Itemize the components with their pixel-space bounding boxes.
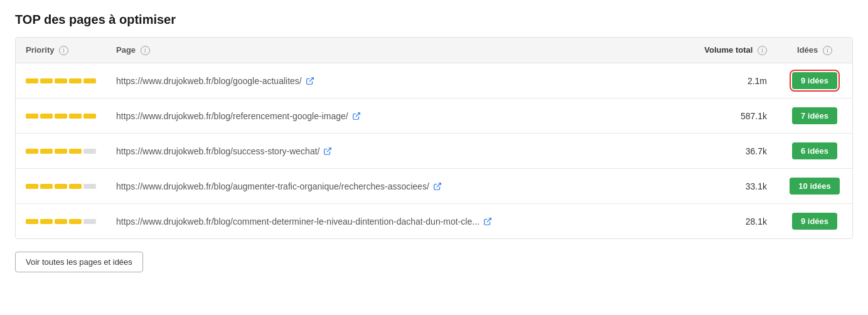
priority-bar — [55, 78, 67, 83]
priority-bar — [40, 78, 53, 83]
priority-bar — [69, 149, 82, 154]
priority-cell-3 — [16, 169, 106, 204]
ideas-cell-4: 9 idées — [777, 204, 852, 239]
pages-table-container: Priority i Page i Volume total i Idées i… — [15, 37, 853, 239]
page-link-2[interactable]: https://www.drujokweb.fr/blog/success-st… — [116, 146, 679, 156]
priority-bar — [26, 184, 38, 189]
url-text: https://www.drujokweb.fr/blog/augmenter-… — [116, 181, 429, 191]
priority-bar — [40, 114, 53, 119]
table-row: https://www.drujokweb.fr/blog/google-act… — [16, 63, 852, 99]
priority-cell-0 — [16, 63, 106, 99]
priority-bar — [69, 78, 82, 83]
priority-bar — [83, 219, 96, 224]
priority-info-icon[interactable]: i — [59, 46, 68, 55]
page-info-icon[interactable]: i — [141, 46, 150, 55]
ideas-cell-3: 10 idées — [777, 169, 852, 204]
ideas-badge-2[interactable]: 6 idées — [792, 142, 837, 159]
svg-line-0 — [309, 77, 313, 81]
table-body: https://www.drujokweb.fr/blog/google-act… — [16, 63, 852, 239]
external-link-icon — [352, 112, 361, 120]
table-row: https://www.drujokweb.fr/blog/augmenter-… — [16, 169, 852, 204]
priority-bar — [69, 219, 82, 224]
col-header-volume: Volume total i — [689, 38, 777, 63]
page-cell-2: https://www.drujokweb.fr/blog/success-st… — [106, 134, 689, 169]
priority-bar — [40, 149, 53, 154]
priority-bar — [55, 149, 67, 154]
col-header-priority: Priority i — [16, 38, 106, 63]
ideas-badge-4[interactable]: 9 idées — [792, 213, 837, 230]
page-title: TOP des pages à optimiser — [15, 13, 853, 27]
ideas-badge-0[interactable]: 9 idées — [792, 72, 837, 89]
page-cell-3: https://www.drujokweb.fr/blog/augmenter-… — [106, 169, 689, 204]
volume-cell-0: 2.1m — [689, 63, 777, 99]
priority-bars-4 — [26, 219, 96, 224]
external-link-icon — [306, 77, 314, 85]
external-link-icon — [433, 182, 442, 191]
svg-line-4 — [487, 218, 491, 222]
svg-line-2 — [327, 147, 331, 151]
url-text: https://www.drujokweb.fr/blog/success-st… — [116, 146, 319, 156]
priority-bars-3 — [26, 184, 96, 189]
ideas-cell-2: 6 idées — [777, 134, 852, 169]
priority-bar — [83, 149, 96, 154]
priority-bar — [26, 219, 38, 224]
priority-bar — [69, 184, 82, 189]
priority-bar — [55, 219, 67, 224]
footer-section: Voir toutes les pages et idées — [15, 252, 853, 272]
col-header-page: Page i — [106, 38, 689, 63]
priority-bar — [83, 78, 96, 83]
ideas-info-icon[interactable]: i — [823, 46, 832, 55]
priority-bar — [26, 149, 38, 154]
view-all-button[interactable]: Voir toutes les pages et idées — [15, 252, 143, 272]
volume-cell-3: 33.1k — [689, 169, 777, 204]
external-link-icon — [483, 217, 492, 226]
priority-cell-2 — [16, 134, 106, 169]
table-row: https://www.drujokweb.fr/blog/comment-de… — [16, 204, 852, 239]
priority-cell-1 — [16, 99, 106, 134]
page-link-4[interactable]: https://www.drujokweb.fr/blog/comment-de… — [116, 216, 679, 227]
page-link-1[interactable]: https://www.drujokweb.fr/blog/referencem… — [116, 111, 679, 121]
volume-cell-4: 28.1k — [689, 204, 777, 239]
page-cell-1: https://www.drujokweb.fr/blog/referencem… — [106, 99, 689, 134]
priority-cell-4 — [16, 204, 106, 239]
url-text: https://www.drujokweb.fr/blog/comment-de… — [116, 216, 480, 227]
ideas-badge-1[interactable]: 7 idées — [792, 107, 837, 124]
page-cell-4: https://www.drujokweb.fr/blog/comment-de… — [106, 204, 689, 239]
svg-line-1 — [355, 112, 359, 116]
priority-bars-0 — [26, 78, 96, 83]
priority-bar — [40, 219, 53, 224]
svg-line-3 — [437, 183, 441, 186]
priority-bar — [26, 114, 38, 119]
priority-bar — [83, 114, 96, 119]
page-link-0[interactable]: https://www.drujokweb.fr/blog/google-act… — [116, 76, 679, 86]
priority-bar — [55, 184, 67, 189]
ideas-badge-3[interactable]: 10 idées — [790, 178, 839, 195]
table-header-row: Priority i Page i Volume total i Idées i — [16, 38, 852, 63]
priority-bars-2 — [26, 149, 96, 154]
volume-info-icon[interactable]: i — [758, 46, 767, 55]
ideas-cell-1: 7 idées — [777, 99, 852, 134]
priority-bar — [26, 78, 38, 83]
priority-bars-1 — [26, 114, 96, 119]
external-link-icon — [323, 147, 332, 156]
page-link-3[interactable]: https://www.drujokweb.fr/blog/augmenter-… — [116, 181, 679, 191]
table-row: https://www.drujokweb.fr/blog/referencem… — [16, 99, 852, 134]
ideas-cell-0: 9 idées — [777, 63, 852, 99]
priority-bar — [40, 184, 53, 189]
url-text: https://www.drujokweb.fr/blog/referencem… — [116, 111, 348, 121]
url-text: https://www.drujokweb.fr/blog/google-act… — [116, 76, 302, 86]
table-row: https://www.drujokweb.fr/blog/success-st… — [16, 134, 852, 169]
volume-cell-1: 587.1k — [689, 99, 777, 134]
pages-table: Priority i Page i Volume total i Idées i… — [16, 38, 852, 238]
priority-bar — [55, 114, 67, 119]
volume-cell-2: 36.7k — [689, 134, 777, 169]
priority-bar — [83, 184, 96, 189]
col-header-ideas: Idées i — [777, 38, 852, 63]
page-cell-0: https://www.drujokweb.fr/blog/google-act… — [106, 63, 689, 99]
priority-bar — [69, 114, 82, 119]
